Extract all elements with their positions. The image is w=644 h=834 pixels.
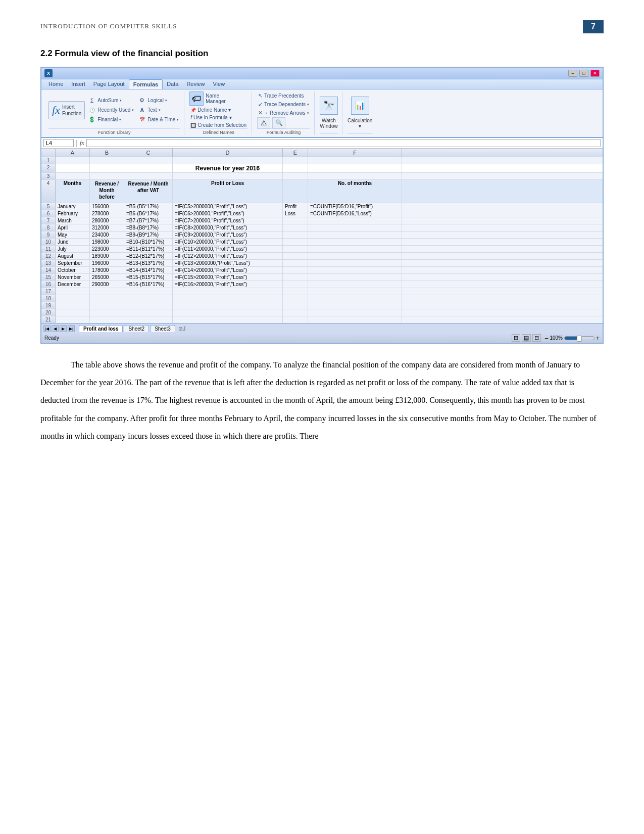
formula-input[interactable] — [86, 139, 601, 147]
titlebar-controls: – □ ✕ — [568, 70, 600, 77]
trace-precedents-button[interactable]: ↖ Trace Precedents — [257, 92, 305, 100]
page-break-icon[interactable]: ⊟ — [532, 334, 541, 342]
tab-review[interactable]: Review — [182, 79, 209, 89]
zoom-level: 100% — [550, 335, 563, 341]
use-in-formula-label: Use in Formula ▾ — [193, 115, 232, 120]
financial-label: Financial — [97, 117, 118, 122]
table-row: 11 July 223000 =B11-(B11*17%) =IF(C11>20… — [41, 246, 603, 253]
sheet-next-btn[interactable]: ▶ — [60, 325, 67, 332]
close-btn[interactable]: ✕ — [590, 70, 600, 77]
tab-formulas[interactable]: Formulas — [129, 79, 163, 89]
define-name-label: Define Name ▾ — [197, 107, 231, 113]
recently-used-button[interactable]: 🕐 Recently Used ▾ — [87, 106, 135, 115]
sheet-last-btn[interactable]: ▶| — [68, 325, 75, 332]
zoom-out-btn[interactable]: – — [545, 335, 549, 342]
watch-label: WatchWindow — [320, 118, 338, 129]
zoom-in-btn[interactable]: + — [596, 335, 600, 342]
page-number: 7 — [583, 20, 604, 33]
table-row: 6 February 278000 =B6-(B6*17%) =IF(C6>20… — [41, 210, 603, 217]
defined-names-group: 🏷 NameManager 📌 Define Name ▾ f Use in F… — [185, 91, 252, 135]
defined-names-label: Defined Names — [189, 128, 247, 135]
formula-bar: | fx — [41, 138, 603, 149]
date-time-button[interactable]: 📅 Date & Time ▾ — [137, 115, 180, 124]
tab-page-layout[interactable]: Page Layout — [89, 79, 129, 89]
sheet-first-btn[interactable]: |◀ — [43, 325, 51, 332]
name-box[interactable] — [43, 139, 74, 147]
financial-icon: 💲 — [88, 116, 96, 124]
excel-icon: X — [44, 69, 53, 77]
date-time-icon: 📅 — [138, 116, 146, 124]
logical-button[interactable]: ⚙ Logical ▾ — [137, 96, 180, 105]
trace-dependents-button[interactable]: ↙ Trace Dependents ▾ — [257, 101, 310, 108]
col-header-e: E — [283, 149, 308, 157]
use-in-formula-icon: f — [190, 115, 192, 120]
normal-view-icon[interactable]: ⊞ — [512, 334, 520, 342]
use-in-formula-button[interactable]: f Use in Formula ▾ — [189, 114, 232, 121]
sheet-tab-sheet3[interactable]: Sheet3 — [150, 325, 175, 332]
create-from-selection-label: Create from Selection — [197, 122, 246, 128]
text-button[interactable]: A Text ▾ — [137, 106, 180, 115]
fx-icon: fx — [52, 104, 60, 117]
col-header-f: F — [308, 149, 402, 157]
calculation-group-label — [348, 133, 372, 135]
column-header-row: A B C D E F — [41, 149, 603, 157]
restore-btn[interactable]: □ — [579, 70, 588, 77]
autosum-button[interactable]: Σ AutoSum ▾ — [87, 96, 135, 105]
page-layout-icon[interactable]: ▤ — [522, 334, 531, 342]
table-row: 7 March 280000 =B7-(B7*17%) =IF(C7>20000… — [41, 217, 603, 224]
calculation-label: Calculation▾ — [348, 118, 372, 129]
table-row: 8 April 312000 =B8-(B8*17%) =IF(C8>20000… — [41, 224, 603, 231]
watch-group-label — [320, 133, 338, 135]
ribbon-tabs: Home Insert Page Layout Formulas Data Re… — [41, 79, 603, 89]
define-name-button[interactable]: 📌 Define Name ▾ — [189, 107, 232, 113]
name-manager-area: 🏷 NameManager — [189, 91, 225, 106]
recently-used-label: Recently Used — [97, 107, 130, 113]
tab-home[interactable]: Home — [44, 79, 67, 89]
col-header-a: A — [56, 149, 90, 157]
tab-data[interactable]: Data — [163, 79, 182, 89]
sheet-tab-extra: ⊘J — [178, 326, 186, 332]
zoom-slider[interactable] — [564, 336, 595, 340]
table-row: 4 Months Revenue /Monthbefore Revenue / … — [41, 180, 603, 203]
name-manager-label: NameManager — [206, 93, 225, 104]
sheet-navigation: |◀ ◀ ▶ ▶| — [43, 325, 75, 332]
table-row: 21 — [41, 316, 603, 323]
sheet-tab-sheet2[interactable]: Sheet2 — [124, 325, 149, 332]
recently-used-arrow: ▾ — [132, 108, 134, 112]
tab-view[interactable]: View — [209, 79, 229, 89]
define-name-icon: 📌 — [190, 108, 196, 113]
financial-arrow: ▾ — [119, 118, 121, 122]
zoom-slider-thumb — [577, 336, 582, 342]
insert-function-button[interactable]: fx InsertFunction — [48, 101, 85, 119]
col-header-d: D — [173, 149, 283, 157]
remove-arrows-icon: ✕→ — [258, 110, 268, 116]
function-library-label: Function Library — [48, 128, 180, 135]
watch-icon: 🔭 — [320, 97, 338, 115]
col-header-b: B — [90, 149, 124, 157]
body-text: The table above shows the revenue and pr… — [40, 356, 604, 445]
defined-names-content: 🏷 NameManager 📌 Define Name ▾ f Use in F… — [189, 91, 247, 128]
error-checking-icon: ⚠ — [257, 117, 270, 128]
create-from-selection-button[interactable]: 🔲 Create from Selection — [189, 122, 247, 128]
table-row: 18 — [41, 295, 603, 302]
remove-arrows-button[interactable]: ✕→ Remove Arrows ▾ — [257, 109, 310, 117]
sheet-prev-btn[interactable]: ◀ — [52, 325, 59, 332]
sheet-tab-profit-loss[interactable]: Profit and loss — [79, 325, 123, 332]
financial-button[interactable]: 💲 Financial ▾ — [87, 115, 135, 124]
titlebar-left: X — [44, 69, 53, 77]
watch-group: 🔭 WatchWindow — [316, 91, 342, 135]
table-row: 14 October 178000 =B14-(B14*17%) =IF(C14… — [41, 267, 603, 274]
text-label: Text — [147, 107, 157, 113]
logical-label: Logical — [147, 98, 164, 103]
minimize-btn[interactable]: – — [568, 70, 577, 77]
remove-arrows-arrow: ▾ — [307, 111, 309, 115]
table-row: 19 — [41, 302, 603, 309]
excel-titlebar: X – □ ✕ — [41, 68, 603, 79]
table-row: 20 — [41, 309, 603, 316]
tab-insert[interactable]: Insert — [67, 79, 89, 89]
table-row: 16 December 290000 =B16-(B16*17%) =IF(C1… — [41, 281, 603, 288]
table-row: 13 September 196000 =B13-(B13*17%) =IF(C… — [41, 260, 603, 267]
watch-content: 🔭 WatchWindow — [320, 91, 338, 133]
function-library-content: fx InsertFunction Σ AutoSum ▾ 🕐 Recently… — [48, 91, 180, 128]
col-header-c: C — [124, 149, 173, 157]
